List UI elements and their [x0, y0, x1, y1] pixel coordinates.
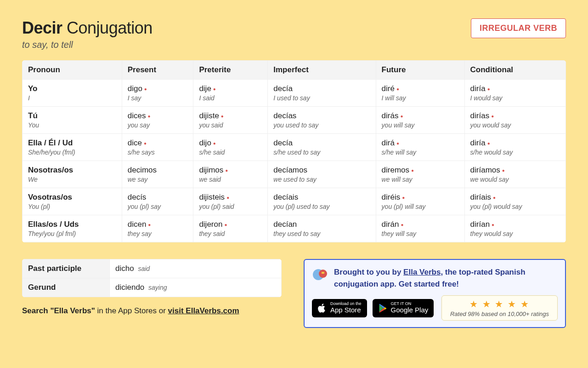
verb-cell: dijeron●they said: [193, 215, 268, 242]
irregular-dot-icon: ●: [400, 114, 403, 119]
table-row: YoIdigo●I saydije●I saiddecíaI used to s…: [23, 80, 566, 107]
irregular-dot-icon: ●: [491, 114, 494, 119]
verb-cell: decíaI used to say: [268, 80, 376, 107]
irregular-dot-icon: ●: [402, 195, 405, 200]
verb-cell: decimoswe say: [122, 161, 193, 188]
table-row: Nosotras/osWedecimoswe saydijimos●we sai…: [23, 161, 566, 188]
verb-cell: decíasyou used to say: [268, 107, 376, 134]
page-title: Decir Conjugation: [22, 18, 153, 38]
column-header: Pronoun: [23, 61, 122, 80]
irregular-dot-icon: ●: [224, 222, 227, 227]
irregular-dot-icon: ●: [213, 86, 216, 92]
verb-cell: decías/he used to say: [268, 134, 376, 161]
lower-section: Past participledicho saidGerunddiciendo …: [22, 259, 566, 328]
irregular-dot-icon: ●: [487, 141, 490, 146]
svg-rect-2: [322, 272, 324, 274]
pronoun-cell: Ella / Él / UdShe/he/you (fml): [23, 134, 122, 161]
irregular-dot-icon: ●: [144, 86, 147, 92]
irregular-dot-icon: ●: [492, 222, 494, 227]
table-row: Vosotras/osYou (pl)decísyou (pl) saydiji…: [23, 188, 566, 215]
column-header: Imperfect: [268, 61, 376, 80]
google-play-button[interactable]: GET IT ON Google Play: [373, 299, 434, 317]
irregular-dot-icon: ●: [213, 141, 216, 146]
table-row: Ella / Él / UdShe/he/you (fml)dice●s/he …: [23, 134, 566, 161]
irregular-dot-icon: ●: [411, 168, 414, 173]
subtitle: to say, to tell: [22, 40, 153, 50]
irregular-dot-icon: ●: [396, 141, 399, 146]
irregular-dot-icon: ●: [147, 114, 150, 119]
participle-label: Gerund: [23, 278, 110, 297]
participle-label: Past participle: [23, 259, 110, 278]
participle-table: Past participledicho saidGerunddiciendo …: [22, 259, 282, 297]
verb-cell: diríamos●we would say: [464, 161, 565, 188]
visit-link[interactable]: visit EllaVerbs.com: [168, 306, 239, 315]
pronoun-cell: YoI: [23, 80, 122, 107]
verb-cell: dije●I said: [193, 80, 268, 107]
verb-cell: dirás●you will say: [376, 107, 464, 134]
verb-cell: diría●s/he would say: [464, 134, 565, 161]
irregular-dot-icon: ●: [225, 168, 228, 173]
verb-cell: dirían●they would say: [464, 215, 565, 242]
verb-cell: decísyou (pl) say: [122, 188, 193, 215]
irregular-dot-icon: ●: [144, 141, 147, 146]
verb-cell: dijisteis●you (pl) said: [193, 188, 268, 215]
table-row: TúYoudices●you saydijiste●you saiddecías…: [23, 107, 566, 134]
participle-value: diciendo saying: [110, 278, 282, 297]
stars-icon: ★ ★ ★ ★ ★: [450, 299, 549, 310]
verb-cell: diríais●you (pl) would say: [464, 188, 565, 215]
play-icon: [378, 304, 387, 313]
verb-cell: dirá●s/he will say: [376, 134, 464, 161]
ella-verbs-link[interactable]: Ella Verbs: [403, 268, 441, 276]
verb-cell: decíanthey used to say: [268, 215, 376, 242]
verb-cell: diría●I would say: [464, 80, 565, 107]
apple-icon: [317, 304, 327, 313]
promo-text: Brought to you by Ella Verbs, the top-ra…: [334, 266, 558, 290]
irregular-dot-icon: ●: [401, 222, 403, 227]
verb-cell: dicen●they say: [122, 215, 193, 242]
conjugation-table: PronounPresentPreteriteImperfectFutureCo…: [22, 60, 566, 242]
column-header: Future: [376, 61, 464, 80]
pronoun-cell: Ellas/os / UdsThey/you (pl fml): [23, 215, 122, 242]
verb-cell: dice●s/he says: [122, 134, 193, 161]
verb-cell: dijo●s/he said: [193, 134, 268, 161]
pronoun-cell: Vosotras/osYou (pl): [23, 188, 122, 215]
irregular-badge: IRREGULAR VERB: [471, 18, 566, 38]
irregular-dot-icon: ●: [487, 86, 490, 92]
app-store-button[interactable]: Download on the App Store: [312, 299, 367, 317]
verb-cell: dirías●you would say: [464, 107, 565, 134]
verb-cell: diréis●you (pl) will say: [376, 188, 464, 215]
irregular-dot-icon: ●: [396, 86, 399, 92]
irregular-dot-icon: ●: [148, 222, 151, 227]
pronoun-cell: Nosotras/osWe: [23, 161, 122, 188]
verb-cell: diré●I will say: [376, 80, 464, 107]
verb-cell: decíamoswe used to say: [268, 161, 376, 188]
participle-row: Gerunddiciendo saying: [23, 278, 282, 297]
search-note: Search "Ella Verbs" in the App Stores or…: [22, 306, 282, 316]
app-icon: [312, 266, 328, 283]
table-row: Ellas/os / UdsThey/you (pl fml)dicen●the…: [23, 215, 566, 242]
verb-cell: dices●you say: [122, 107, 193, 134]
verb-cell: dirán●they will say: [376, 215, 464, 242]
verb-cell: dijimos●we said: [193, 161, 268, 188]
participle-block: Past participledicho saidGerunddiciendo …: [22, 259, 282, 316]
participle-value: dicho said: [110, 259, 282, 278]
promo-box: Brought to you by Ella Verbs, the top-ra…: [304, 259, 566, 328]
header: Decir Conjugation to say, to tell IRREGU…: [22, 18, 566, 50]
rating-box: ★ ★ ★ ★ ★ Rated 98% based on 10,000+ rat…: [441, 295, 558, 321]
irregular-dot-icon: ●: [226, 195, 229, 200]
verb-cell: diremos●we will say: [376, 161, 464, 188]
irregular-dot-icon: ●: [502, 168, 505, 173]
verb-cell: digo●I say: [122, 80, 193, 107]
pronoun-cell: TúYou: [23, 107, 122, 134]
column-header: Present: [122, 61, 193, 80]
title-block: Decir Conjugation to say, to tell: [22, 18, 153, 50]
verb-cell: decíaisyou (pl) used to say: [268, 188, 376, 215]
irregular-dot-icon: ●: [221, 114, 224, 119]
column-header: Preterite: [193, 61, 268, 80]
column-header: Conditional: [464, 61, 565, 80]
irregular-dot-icon: ●: [493, 195, 496, 200]
participle-row: Past participledicho said: [23, 259, 282, 278]
verb-cell: dijiste●you said: [193, 107, 268, 134]
